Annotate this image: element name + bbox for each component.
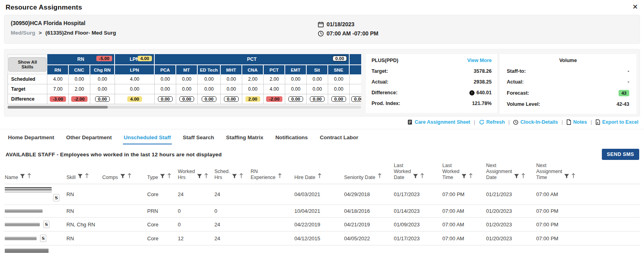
sort-icon[interactable] bbox=[204, 173, 208, 180]
tab-other-department[interactable]: Other Department bbox=[66, 134, 112, 140]
tab-staff-search[interactable]: Staff Search bbox=[183, 134, 214, 140]
filter-icon[interactable] bbox=[232, 174, 237, 180]
staff-sched-hrs: 24 bbox=[214, 232, 250, 245]
ppd-row: Actual:2938.25 bbox=[372, 79, 492, 85]
filter-icon[interactable] bbox=[197, 174, 202, 180]
staff-row[interactable]: SRNCore242404/03/202104/29/201801/17/202… bbox=[4, 184, 640, 205]
matrix-scrollbar-thumb[interactable] bbox=[8, 106, 108, 109]
difference-value-box[interactable]: 0.00 bbox=[224, 96, 238, 102]
export-to-excel-link[interactable]: xExport to Excel bbox=[595, 119, 638, 125]
tab-contract-labor[interactable]: Contract Labor bbox=[320, 134, 358, 140]
sort-icon[interactable] bbox=[420, 173, 424, 180]
staff-skill: RN, Sit bbox=[66, 245, 101, 253]
filter-icon[interactable] bbox=[514, 174, 519, 180]
filter-icon[interactable] bbox=[461, 174, 467, 180]
difference-value-box[interactable]: 0.00 bbox=[95, 96, 109, 102]
ppd-label: Target: bbox=[372, 68, 388, 74]
sort-icon[interactable] bbox=[85, 173, 89, 180]
context-bar: (30950)HCA Florida Hospital Med/Surg > (… bbox=[4, 15, 640, 44]
staff-row[interactable]: RNPRN0010/04/202104/18/201601/14/202307:… bbox=[4, 205, 640, 218]
staff-name-cell: S bbox=[4, 245, 66, 253]
filter-icon[interactable] bbox=[120, 174, 125, 180]
tab-home-department[interactable]: Home Department bbox=[8, 134, 54, 140]
redacted-name-bar bbox=[5, 237, 37, 240]
skill-group-rn: RN-5.00 bbox=[47, 54, 115, 65]
sort-icon[interactable] bbox=[239, 173, 243, 180]
tab-unscheduled-staff[interactable]: Unscheduled Staff bbox=[124, 134, 171, 140]
sort-icon[interactable] bbox=[317, 173, 322, 180]
matrix-cell: 0.00 bbox=[176, 84, 198, 94]
sort-icon[interactable] bbox=[27, 173, 31, 180]
scheduled-flag-badge: S bbox=[53, 194, 59, 201]
sort-icon[interactable] bbox=[377, 173, 382, 180]
difference-value-box[interactable]: 0.00 bbox=[158, 96, 172, 102]
filter-icon[interactable] bbox=[20, 174, 25, 180]
filter-icon[interactable] bbox=[78, 174, 83, 180]
tab-notifications[interactable]: Notifications bbox=[275, 134, 308, 140]
staff-rn-experience bbox=[250, 245, 294, 253]
staff-last-worked-time: 07:00 AM bbox=[442, 205, 485, 218]
sort-icon[interactable] bbox=[469, 173, 473, 180]
column-header-next-assignment-date: NextAssignmentDate bbox=[485, 162, 535, 184]
column-header-last-worked-date: LastWorkedDate bbox=[393, 162, 442, 184]
send-sms-button[interactable]: SEND SMS bbox=[602, 149, 640, 160]
breadcrumb-parent-link[interactable]: Med/Surg bbox=[11, 30, 35, 36]
sort-icon[interactable] bbox=[278, 173, 282, 180]
available-staff-header: AVAILABLE STAFF - Employees who worked i… bbox=[0, 144, 644, 162]
difference-value-box[interactable]: 0.00 bbox=[202, 96, 216, 102]
notes-link[interactable]: Notes bbox=[566, 119, 587, 125]
refresh-link[interactable]: Refresh bbox=[479, 119, 505, 125]
variance-badge: 4.00 bbox=[127, 96, 142, 102]
excel-icon: x bbox=[595, 119, 600, 125]
sort-icon[interactable] bbox=[521, 173, 525, 180]
filter-icon[interactable] bbox=[413, 174, 418, 180]
breadcrumb-separator: > bbox=[39, 30, 42, 36]
matrix-scrollbar[interactable] bbox=[8, 106, 361, 109]
filter-icon[interactable] bbox=[564, 174, 569, 180]
staff-row[interactable]: SRN, Chg RNCore02404/22/201904/21/201901… bbox=[4, 218, 640, 232]
show-all-skills-button[interactable]: Show All Skills bbox=[8, 57, 47, 72]
difference-value-box[interactable]: 0.00 bbox=[333, 56, 347, 61]
sort-icon[interactable] bbox=[167, 173, 171, 180]
skill-column-chg-rn: Chg RN bbox=[90, 65, 115, 74]
difference-value-box[interactable]: 0.00 bbox=[288, 96, 303, 102]
staff-skill: RN bbox=[66, 184, 101, 205]
staff-seniority-date: 06/17/2019 bbox=[343, 245, 393, 253]
care-assignment-sheet-link[interactable]: Care Assignment Sheet bbox=[407, 119, 470, 125]
difference-value-box[interactable]: 0.00 bbox=[331, 96, 346, 102]
staff-next-assignment-date: 01/19/2023 bbox=[485, 245, 535, 253]
difference-value-box[interactable]: 0.00 bbox=[310, 96, 324, 102]
staff-comps bbox=[101, 218, 146, 232]
filter-icon[interactable] bbox=[160, 174, 165, 180]
sort-icon[interactable] bbox=[127, 173, 132, 180]
tab-staffing-matrix[interactable]: Staffing Matrix bbox=[226, 134, 263, 140]
staff-seniority-date: 04/29/2018 bbox=[343, 184, 393, 205]
matrix-row-label: Target bbox=[8, 84, 47, 94]
clock-in-details-link[interactable]: Clock-In-Details bbox=[513, 119, 558, 125]
link-separator: | bbox=[474, 119, 475, 125]
close-icon[interactable]: ✕ bbox=[632, 3, 639, 11]
staff-hire-date: 04/03/2021 bbox=[294, 184, 343, 205]
difference-value-box[interactable]: 0.00 bbox=[179, 96, 194, 102]
refresh-icon bbox=[479, 119, 484, 125]
staff-next-assignment-time: 07:00 AM bbox=[535, 184, 640, 205]
ppd-value: 121.78% bbox=[472, 101, 492, 106]
ppd-label: Difference: bbox=[372, 90, 397, 95]
staff-row[interactable]: SRNCore122404/12/201504/05/202201/17/202… bbox=[4, 232, 640, 245]
ppd-panel: PLUS(PPD) View More Target:3578.26Actual… bbox=[366, 54, 497, 113]
difference-value-box[interactable]: 0.00 bbox=[351, 96, 361, 102]
column-header-skill: Skill bbox=[66, 162, 101, 184]
staff-last-worked-date: 01/17/2023 bbox=[393, 184, 442, 205]
skill-column-cnc: CNC bbox=[69, 65, 90, 74]
variance-badge: -5.00 bbox=[96, 56, 112, 61]
ppd-value: 3578.26 bbox=[474, 68, 492, 74]
view-more-link[interactable]: View More bbox=[467, 58, 492, 63]
column-header-worked-hrs: WorkedHrs bbox=[177, 162, 214, 184]
staff-row[interactable]: SRN, SitCore243608/16/202106/17/201901/1… bbox=[4, 245, 640, 253]
matrix-cell-clipped bbox=[350, 84, 361, 94]
calendar-icon bbox=[318, 21, 324, 27]
sort-icon[interactable] bbox=[571, 173, 576, 180]
staff-next-assignment-date: 01/21/2023 bbox=[485, 184, 535, 205]
variance-badge: -3.00 bbox=[50, 96, 66, 102]
page-title: Resource Assignments bbox=[6, 4, 82, 11]
